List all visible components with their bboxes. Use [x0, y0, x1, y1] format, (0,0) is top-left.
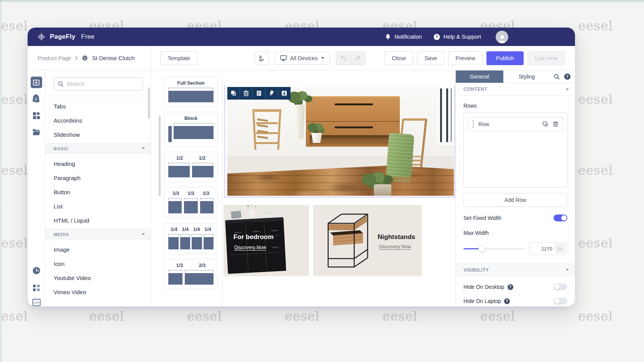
- trash-icon: [243, 90, 249, 96]
- row-item-label: Row: [478, 121, 489, 127]
- saved-library-button[interactable]: [32, 129, 40, 135]
- blocks-icon: [33, 112, 40, 120]
- element-item-accordions[interactable]: Accordions: [45, 113, 151, 128]
- help-circle-icon[interactable]: ?: [508, 284, 513, 290]
- element-item-image[interactable]: Image: [45, 242, 151, 257]
- text-style-button[interactable]: A: [255, 51, 269, 65]
- duplicate-section-button[interactable]: [227, 87, 240, 100]
- element-item-button[interactable]: Button: [45, 185, 151, 199]
- max-width-input[interactable]: [531, 246, 552, 252]
- element-item-icon[interactable]: Icon: [45, 257, 151, 271]
- layout-thirds[interactable]: 1/3 1/3 1/3: [164, 187, 218, 218]
- layout-third-twothirds[interactable]: 1/3 2/3: [164, 259, 218, 289]
- layout-block[interactable]: Block: [164, 112, 218, 147]
- template-button[interactable]: Template: [160, 51, 197, 65]
- toolbar-center: A All Devices: [255, 51, 366, 65]
- search-input[interactable]: [67, 81, 139, 87]
- tab-general[interactable]: General: [456, 70, 503, 83]
- avatar[interactable]: [496, 31, 508, 43]
- duplicate-icon[interactable]: [543, 121, 548, 127]
- content-section-header[interactable]: CONTENT: [456, 83, 575, 96]
- layout-full-section[interactable]: Full Section: [164, 77, 218, 107]
- page-canvas[interactable]: For bedroom Discovery Now: [222, 70, 455, 306]
- publish-button[interactable]: Publish: [486, 51, 524, 65]
- max-width-slider[interactable]: [463, 245, 524, 252]
- svg-text:A: A: [259, 55, 262, 59]
- section-header-media[interactable]: MEDIA: [45, 229, 151, 239]
- page-outline-button[interactable]: [33, 284, 40, 292]
- gear-icon[interactable]: [82, 55, 88, 61]
- device-selector[interactable]: All Devices: [275, 52, 330, 65]
- row-item-actions: [543, 121, 558, 127]
- product-card-link[interactable]: Discovery Now: [234, 245, 266, 250]
- save-template-button[interactable]: [253, 87, 265, 100]
- element-item-vimeo-video[interactable]: Vimeo Video: [45, 285, 151, 299]
- layout-quarters[interactable]: 1/4 1/4 1/4 1/4: [164, 223, 218, 254]
- row-list-item[interactable]: Row: [468, 117, 563, 131]
- tab-styling[interactable]: Styling: [503, 70, 550, 83]
- help-circle-icon[interactable]: ?: [504, 298, 510, 304]
- trash-icon[interactable]: [553, 121, 558, 127]
- hide-on-desktop-row: Hide On Desktop ?: [463, 283, 567, 290]
- element-search[interactable]: [54, 77, 143, 90]
- redo-button[interactable]: [351, 51, 366, 65]
- nightstand-image: [319, 210, 370, 271]
- question-circle-icon: ?: [434, 34, 440, 40]
- notification-button[interactable]: Notification: [385, 34, 422, 40]
- elements-scrollbar[interactable]: [148, 87, 150, 119]
- element-item-tabs[interactable]: Tabs: [45, 99, 151, 113]
- product-card-link[interactable]: Discovery Now: [379, 244, 411, 249]
- delete-section-button[interactable]: [240, 87, 253, 100]
- add-row-button[interactable]: Add Row: [463, 193, 567, 207]
- hero-plant: [362, 174, 376, 186]
- close-button[interactable]: Close: [384, 51, 413, 65]
- sections-library-button[interactable]: [33, 112, 40, 120]
- layout-half-half[interactable]: 1/2 1/2: [164, 152, 218, 182]
- templates-scrollbar[interactable]: [159, 116, 161, 196]
- download-section-button[interactable]: [278, 87, 291, 100]
- help-support-button[interactable]: ? Help & Support: [434, 34, 481, 40]
- element-list-media: Image Icon Youtube Video Vimeo Video: [45, 239, 151, 301]
- decor-flowers: [246, 205, 250, 207]
- add-element-button[interactable]: [31, 77, 42, 88]
- product-card-bedroom[interactable]: For bedroom Discovery Now: [223, 205, 309, 276]
- slider-thumb[interactable]: [478, 245, 485, 252]
- element-item-html-liquid[interactable]: HTML / Liquid: [45, 213, 151, 228]
- help-circle-icon[interactable]: ?: [564, 74, 570, 80]
- element-item-heading[interactable]: Heading: [45, 157, 151, 171]
- max-width-unit: px: [555, 244, 565, 254]
- hide-on-laptop-row: Hide On Laptop ?: [463, 298, 567, 305]
- preview-button[interactable]: Preview: [448, 51, 483, 65]
- custom-code-button[interactable]: </>: [32, 299, 41, 306]
- undo-button[interactable]: [336, 51, 351, 65]
- history-button[interactable]: [32, 267, 40, 275]
- hero-image-furniture-scene[interactable]: [227, 87, 454, 196]
- hide-on-desktop-label: Hide On Desktop: [463, 284, 504, 290]
- element-item-slideshow[interactable]: Slideshow: [45, 128, 151, 142]
- layout-label: Full Section: [177, 80, 205, 86]
- decor-picture-frame: [229, 209, 243, 220]
- visibility-section-header[interactable]: VISIBILITY: [456, 264, 575, 276]
- search-icon[interactable]: [554, 74, 560, 80]
- save-button[interactable]: Save: [417, 51, 444, 65]
- section-header-basic[interactable]: BASIC: [45, 143, 151, 154]
- copy-style-button[interactable]: [265, 87, 278, 100]
- notification-label: Notification: [394, 34, 422, 40]
- breadcrumb-root[interactable]: Product Page: [38, 55, 71, 61]
- layers-list-icon: [33, 284, 40, 292]
- element-item-youtube-video[interactable]: Youtube Video: [45, 271, 151, 285]
- live-view-button[interactable]: Live view: [527, 51, 565, 65]
- drag-handle-icon[interactable]: [473, 120, 474, 128]
- product-card-nightstands[interactable]: Nightstands Discovery Now: [313, 205, 422, 276]
- history-buttons: [336, 51, 366, 65]
- brush-icon: [269, 90, 274, 96]
- inspector-body: Rows Row: [456, 96, 575, 306]
- set-fixed-width-toggle[interactable]: [554, 215, 567, 221]
- element-item-paragraph[interactable]: Paragraph: [45, 171, 151, 185]
- hide-on-desktop-toggle[interactable]: [554, 283, 567, 290]
- hide-on-laptop-toggle[interactable]: [554, 298, 567, 305]
- element-item-list[interactable]: List: [45, 199, 151, 213]
- shopify-elements-button[interactable]: S: [33, 94, 40, 103]
- brand: PageFly Free: [37, 32, 95, 41]
- watermark-text: eesel: [578, 92, 613, 107]
